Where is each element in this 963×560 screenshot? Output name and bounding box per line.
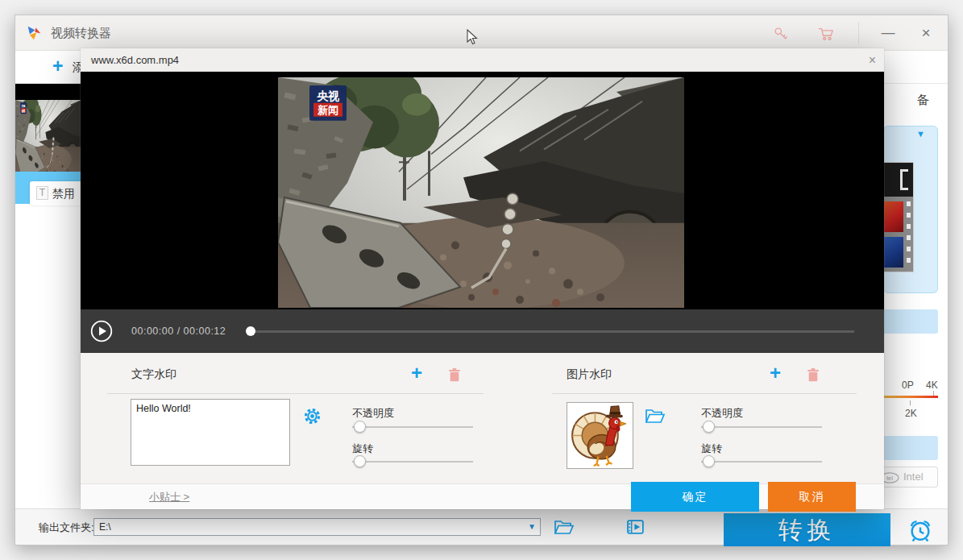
text-watermark-header: 文字水印 [131,367,176,382]
tab-disable[interactable]: T 禁用 [30,181,83,205]
cancel-button[interactable]: 取消 [768,482,856,512]
media-library-icon[interactable] [626,518,647,536]
add-text-watermark-button[interactable]: + [411,364,422,382]
preview-bracket [900,169,908,190]
time-current: 00:00:00 [131,326,174,337]
image-watermark-divider [552,393,857,394]
mouse-cursor [466,29,479,47]
open-folder-icon[interactable] [554,519,575,536]
text-watermark-divider [107,393,484,394]
close-button[interactable]: × [911,15,940,51]
delete-image-watermark-icon[interactable] [806,367,820,383]
output-folder-label: 输出文件夹: [39,509,94,545]
output-folder-value: E:\ [99,519,111,535]
dialog-footer: 小贴士 > [81,483,884,509]
tips-link[interactable]: 小贴士 > [149,484,189,510]
resolution-mid-label: 2K [905,408,917,419]
text-rotate-slider[interactable] [352,455,473,468]
svg-text:tel: tel [886,475,893,482]
resolution-tick-2k [910,400,911,405]
ok-button[interactable]: 确定 [631,482,759,512]
format-dropdown-arrow-icon[interactable]: ▼ [916,129,925,139]
image-rotate-slider[interactable] [701,455,822,468]
cart-icon[interactable] [817,26,835,42]
text-tool-icon: T [36,186,48,200]
resolution-slider[interactable] [875,396,938,398]
player-bar: 00:00:00 / 00:00:12 [81,309,884,353]
image-opacity-handle[interactable] [703,421,715,433]
image-opacity-slider[interactable] [701,421,822,433]
watermark-dialog: www.x6d.com.mp4 × 00:00:00 / 00:00:12 文字… [81,48,884,509]
image-rotate-label: 旋转 [701,442,722,456]
browse-image-folder-icon[interactable] [645,408,666,425]
register-key-icon[interactable] [773,26,789,42]
time-display: 00:00:00 / 00:00:12 [131,309,226,353]
dialog-title: www.x6d.com.mp4 [91,48,179,72]
minimize-button[interactable]: — [874,15,903,51]
text-opacity-track[interactable] [352,426,473,428]
watermark-image-preview[interactable] [567,402,633,469]
resolution-right-label: 4K [926,380,938,391]
intel-acceleration-badge[interactable]: tel Intel [875,467,938,487]
dialog-close-button[interactable]: × [861,48,884,72]
right-action-bar-2[interactable] [875,436,938,460]
turkey-image [567,403,633,468]
time-separator: / [177,326,184,337]
seek-track[interactable] [251,330,854,333]
tab-disable-label: 禁用 [52,181,75,205]
convert-button[interactable]: 转换 [724,513,890,546]
text-opacity-slider[interactable] [352,421,473,433]
output-folder-combobox[interactable]: E:\ ▼ [93,518,541,536]
watermark-text-input[interactable]: Hello World! [131,399,290,466]
image-opacity-label: 不透明度 [701,406,743,421]
text-rotate-label: 旋转 [352,442,373,456]
image-opacity-track[interactable] [701,426,822,428]
app-logo-icon [25,24,43,42]
add-files-plus-icon[interactable]: + [52,56,63,77]
text-rotate-track[interactable] [352,461,473,463]
text-settings-gear-icon[interactable] [303,407,322,425]
seek-handle[interactable] [246,326,255,336]
time-total: 00:00:12 [184,326,226,337]
text-opacity-label: 不透明度 [352,406,394,421]
video-frame [278,77,684,308]
right-action-bar-1[interactable] [875,309,938,334]
video-preview-area[interactable] [81,72,884,309]
image-rotate-handle[interactable] [703,455,715,467]
image-rotate-track[interactable] [701,461,822,463]
delete-text-watermark-icon[interactable] [447,367,462,383]
resolution-left-label: 0P [902,380,914,391]
video-thumbnail-image [15,100,81,174]
add-image-watermark-button[interactable]: + [770,364,781,382]
app-title: 视频转换器 [51,15,111,51]
dialog-titlebar: www.x6d.com.mp4 × [81,48,884,72]
titlebar-divider [858,22,859,44]
text-rotate-handle[interactable] [354,455,366,467]
main-titlebar: 视频转换器 — × [15,15,948,51]
seek-bar[interactable] [246,309,856,353]
image-watermark-header: 图片水印 [567,367,612,382]
video-thumbnail[interactable] [15,84,81,174]
text-opacity-handle[interactable] [354,421,366,433]
schedule-alarm-icon[interactable] [907,516,934,544]
combo-arrow-icon[interactable]: ▼ [528,519,536,535]
intel-label: Intel [903,467,924,487]
play-button[interactable] [90,320,113,342]
right-panel-partial-text: 备 [917,93,929,108]
